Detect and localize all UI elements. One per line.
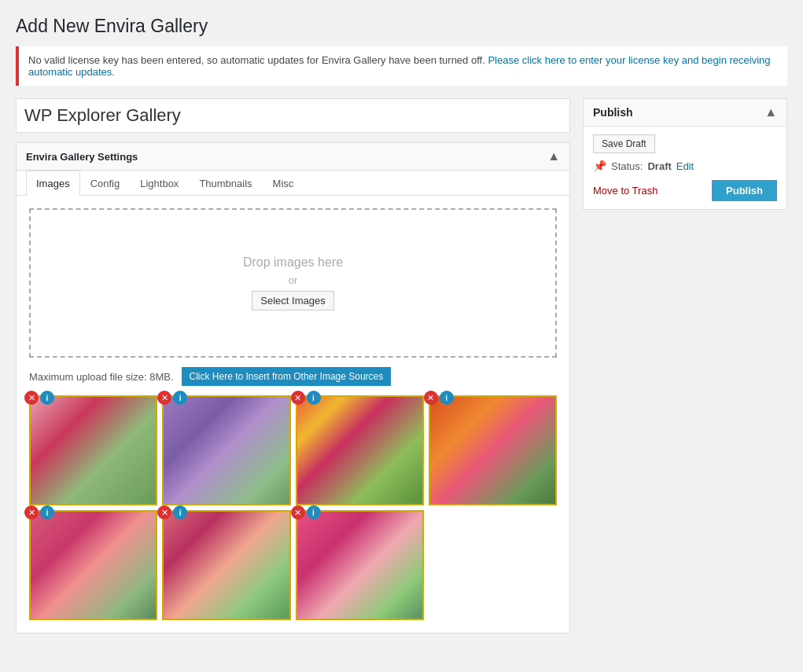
settings-panel: Envira Gallery Settings ▲ Images Config … — [16, 142, 570, 633]
info-image-5-icon[interactable]: i — [40, 505, 54, 520]
page-title: Add New Envira Gallery — [16, 16, 787, 37]
image-thumb-1: ✕ i — [29, 395, 157, 505]
drop-zone[interactable]: Drop images here or Select Images — [29, 208, 557, 358]
image-thumb-2: ✕ i — [162, 395, 290, 505]
thumbnail-5 — [31, 512, 156, 619]
license-notice: No valid license key has been entered, s… — [16, 46, 787, 86]
remove-image-7-icon[interactable]: ✕ — [291, 505, 305, 520]
info-image-3-icon[interactable]: i — [307, 391, 321, 405]
publish-panel-collapse-icon[interactable]: ▲ — [764, 105, 777, 119]
image-thumb-7: ✕ i — [296, 510, 424, 620]
settings-panel-collapse-icon[interactable]: ▲ — [547, 149, 560, 163]
settings-panel-header: Envira Gallery Settings ▲ — [17, 143, 569, 171]
tab-thumbnails[interactable]: Thumbnails — [189, 171, 262, 196]
gallery-title-input[interactable] — [16, 98, 570, 133]
drop-zone-text: Drop images here — [243, 255, 343, 270]
publish-panel-header: Publish ▲ — [584, 99, 786, 127]
pin-icon: 📌 — [593, 160, 606, 172]
images-grid-row2: ✕ i ✕ i ✕ i — [29, 510, 557, 620]
image-thumb-5: ✕ i — [29, 510, 157, 620]
publish-panel-title: Publish — [593, 106, 633, 119]
main-layout: Envira Gallery Settings ▲ Images Config … — [16, 98, 787, 633]
image-thumb-3: ✕ i — [296, 395, 424, 505]
info-image-4-icon[interactable]: i — [440, 391, 454, 405]
settings-panel-title: Envira Gallery Settings — [26, 151, 138, 163]
publish-panel: Publish ▲ Save Draft 📌 Status: Draft Edi… — [583, 98, 787, 210]
upload-info-row: Maximum upload file size: 8MB. Click Her… — [29, 367, 557, 386]
images-grid-row1: ✕ i ✕ i ✕ i — [29, 395, 557, 505]
content-area: Envira Gallery Settings ▲ Images Config … — [16, 98, 570, 633]
sidebar: Publish ▲ Save Draft 📌 Status: Draft Edi… — [583, 98, 787, 210]
thumbnail-4 — [430, 397, 555, 504]
thumbnail-3 — [297, 397, 422, 504]
remove-image-3-icon[interactable]: ✕ — [291, 391, 305, 405]
notice-text: No valid license key has been entered, s… — [28, 54, 485, 66]
select-images-button[interactable]: Select Images — [252, 291, 333, 310]
status-value: Draft — [647, 160, 671, 172]
tab-misc[interactable]: Misc — [263, 171, 304, 196]
image-thumb-4: ✕ i — [429, 395, 557, 505]
remove-image-5-icon[interactable]: ✕ — [24, 505, 39, 520]
status-row: 📌 Status: Draft Edit — [593, 160, 777, 172]
save-draft-button[interactable]: Save Draft — [593, 134, 655, 153]
tab-images[interactable]: Images — [26, 171, 80, 196]
insert-from-sources-button[interactable]: Click Here to Insert from Other Image So… — [182, 367, 392, 386]
thumbnail-1 — [31, 397, 156, 504]
remove-image-1-icon[interactable]: ✕ — [24, 391, 39, 405]
drop-zone-or: or — [289, 274, 298, 286]
upload-info-text: Maximum upload file size: 8MB. — [29, 371, 174, 383]
publish-panel-body: Save Draft 📌 Status: Draft Edit Move to … — [584, 127, 786, 209]
tab-lightbox[interactable]: Lightbox — [130, 171, 189, 196]
info-image-7-icon[interactable]: i — [307, 505, 321, 520]
thumbnail-2 — [164, 397, 289, 504]
thumbnail-6 — [164, 512, 289, 619]
status-edit-link[interactable]: Edit — [676, 160, 694, 172]
remove-image-4-icon[interactable]: ✕ — [424, 391, 438, 405]
info-image-1-icon[interactable]: i — [40, 391, 54, 405]
move-to-trash-link[interactable]: Move to Trash — [593, 185, 658, 196]
tab-content-images: Drop images here or Select Images Maximu… — [17, 196, 569, 633]
tab-config[interactable]: Config — [80, 171, 131, 196]
thumbnail-7 — [297, 512, 422, 619]
status-label: Status: — [611, 160, 643, 172]
publish-button[interactable]: Publish — [712, 180, 777, 201]
image-thumb-6: ✕ i — [162, 510, 290, 620]
publish-actions: Move to Trash Publish — [593, 180, 777, 201]
tabs-bar: Images Config Lightbox Thumbnails Misc — [17, 171, 569, 196]
